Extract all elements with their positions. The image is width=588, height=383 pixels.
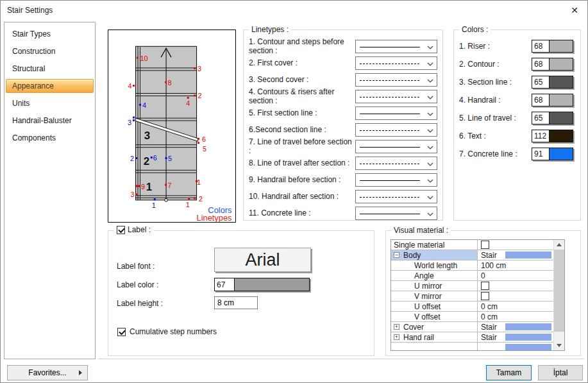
scrollbar-thumb[interactable] <box>554 250 564 332</box>
cancel-button[interactable]: İptal <box>538 365 583 380</box>
linetype-dropdown-1[interactable] <box>355 40 437 53</box>
material-row[interactable]: World length100 cm <box>391 260 553 271</box>
material-color-swatch[interactable] <box>505 251 551 259</box>
material-checkbox[interactable] <box>481 241 489 249</box>
color-number: 68 <box>532 40 549 52</box>
label-height-label: Label height : <box>117 299 163 308</box>
svg-text:7: 7 <box>168 182 172 189</box>
sidebar-item-stair-types[interactable]: Stair Types <box>6 27 94 41</box>
material-row-label: −Body <box>391 250 478 260</box>
linetype-dropdown-5[interactable] <box>355 106 437 120</box>
material-row[interactable]: Single material <box>391 240 553 250</box>
material-row-label: U offset <box>391 302 478 311</box>
label-color-swatch <box>234 278 309 291</box>
linetypes-title: Linetypes : <box>249 25 291 34</box>
linetype-row: 8. Line of travel after section : <box>244 155 442 171</box>
material-property-name: U offset <box>414 302 441 311</box>
color-picker-button-1[interactable]: 68 <box>532 40 573 53</box>
color-label: 2. Contour : <box>459 60 500 69</box>
material-property-name: World length <box>414 261 457 270</box>
label-color-button[interactable]: 67 <box>214 278 310 291</box>
label-checkbox[interactable] <box>117 226 125 234</box>
visual-material-group: Visual material : Single material−BodySt… <box>385 230 581 356</box>
sidebar-item-construction[interactable]: Construction <box>6 44 94 58</box>
material-row-label: Angle <box>391 271 478 280</box>
color-picker-button-7[interactable]: 91 <box>532 148 573 160</box>
linetype-dropdown-3[interactable] <box>355 73 437 87</box>
linetype-dropdown-9[interactable] <box>355 173 437 187</box>
material-color-swatch[interactable] <box>505 323 551 330</box>
expand-icon[interactable]: + <box>394 334 399 340</box>
chevron-down-icon <box>427 112 433 116</box>
material-row[interactable]: +CoverStair <box>391 322 553 332</box>
linetype-row: 6.Second section line : <box>244 121 442 138</box>
color-picker-button-5[interactable]: 65 <box>532 112 573 124</box>
label-color-label: Label color : <box>117 280 158 289</box>
material-checkbox[interactable] <box>481 292 489 300</box>
ok-button[interactable]: Tamam <box>486 365 532 380</box>
sidebar-item-structural[interactable]: Structural <box>6 62 94 76</box>
material-color-swatch[interactable] <box>505 334 551 341</box>
cumulative-step-numbers-checkbox[interactable] <box>117 328 126 336</box>
label-height-input[interactable] <box>214 296 258 309</box>
sidebar-item-components[interactable]: Components <box>6 131 94 145</box>
svg-text:4: 4 <box>142 101 146 109</box>
color-picker-button-2[interactable]: 68 <box>532 58 573 71</box>
linetype-dropdown-2[interactable] <box>355 56 437 70</box>
svg-text:5: 5 <box>203 145 206 153</box>
material-table-scrollbar[interactable] <box>553 240 564 350</box>
linetype-row: 11. Concrete line : <box>244 205 442 221</box>
submenu-arrow-icon <box>79 370 82 375</box>
material-property-name: Single material <box>394 241 444 250</box>
color-swatch <box>549 40 573 52</box>
linetype-sample-solid <box>360 180 420 181</box>
linetype-dropdown-6[interactable] <box>355 123 437 137</box>
scroll-down-icon[interactable] <box>554 341 564 350</box>
linetype-row: 1. Contour and steps before section : <box>244 38 442 55</box>
color-label: 5. Line of travel : <box>459 114 516 123</box>
label-font-button[interactable]: Arial <box>214 248 311 272</box>
material-row[interactable]: U mirror <box>391 281 553 291</box>
titlebar: Stair Settings ✕ <box>1 1 587 20</box>
svg-text:1: 1 <box>152 201 156 209</box>
linetype-label: 4. Contours & risers after section : <box>249 87 355 105</box>
color-picker-button-4[interactable]: 68 <box>532 94 573 106</box>
color-swatch <box>549 58 573 70</box>
scroll-up-icon[interactable] <box>554 240 564 250</box>
sidebar-item-units[interactable]: Units <box>6 96 94 110</box>
linetype-sample-dashed <box>360 64 420 64</box>
material-row-value: 0 cm <box>478 302 553 311</box>
sidebar: Stair TypesConstructionStructuralAppeara… <box>4 22 96 359</box>
close-icon[interactable]: ✕ <box>567 3 582 17</box>
color-picker-button-3[interactable]: 65 <box>532 76 573 89</box>
collapse-icon[interactable]: − <box>394 252 399 258</box>
linetype-dropdown-8[interactable] <box>355 157 437 170</box>
expand-icon[interactable]: + <box>394 324 399 330</box>
linetype-dropdown-7[interactable] <box>355 140 437 153</box>
favorites-button[interactable]: Favorites... <box>7 365 88 380</box>
linetype-sample-dashed <box>360 164 420 164</box>
sidebar-item-handrail-baluster[interactable]: Handrail-Baluster <box>6 114 94 128</box>
material-row[interactable]: −BodyStair <box>391 250 553 260</box>
linetype-dropdown-10[interactable] <box>355 190 437 203</box>
window-title: Stair Settings <box>7 6 53 15</box>
material-row[interactable]: Angle0 <box>391 271 553 281</box>
linetype-dropdown-4[interactable] <box>355 90 437 103</box>
linetype-dropdown-11[interactable] <box>355 207 437 220</box>
material-row[interactable]: V mirror <box>391 291 553 302</box>
stair-preview-svg: 103842465971321432651321ColorsLinetypes <box>108 30 235 222</box>
material-checkbox[interactable] <box>481 282 489 290</box>
color-picker-button-6[interactable]: 112 <box>532 130 573 142</box>
material-color-swatch[interactable] <box>505 344 551 351</box>
material-row[interactable] <box>391 343 553 351</box>
svg-text:3: 3 <box>197 65 201 72</box>
material-table: Single material−BodyStairWorld length100… <box>391 239 565 351</box>
material-row[interactable]: V offset0 cm <box>391 312 553 322</box>
color-row: 6. Text :112 <box>454 127 580 145</box>
favorites-label: Favorites... <box>28 368 66 377</box>
material-row[interactable]: U offset0 cm <box>391 302 553 312</box>
material-row[interactable]: +Hand railStair <box>391 332 553 343</box>
linetype-row: 7. Line of travel before section : <box>244 138 442 155</box>
linetype-label: 9. Handrail before section : <box>249 175 340 184</box>
sidebar-item-appearance[interactable]: Appearance <box>6 79 94 93</box>
